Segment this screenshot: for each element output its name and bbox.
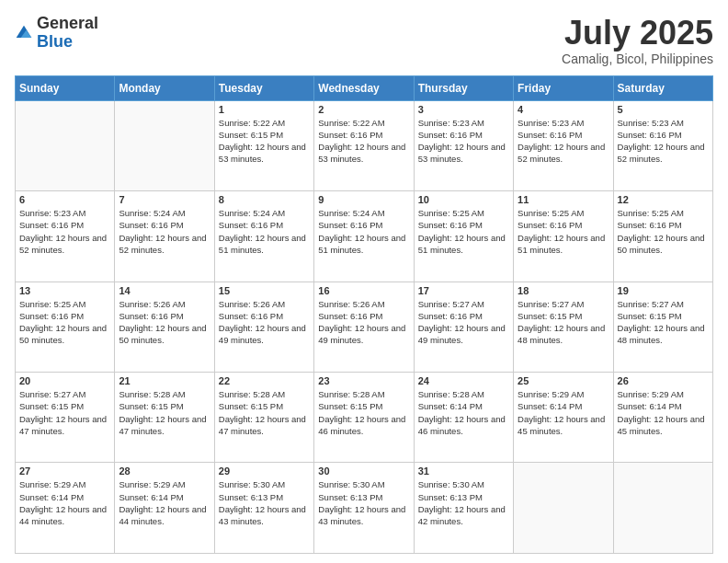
day-number: 18 <box>518 285 609 296</box>
day-info: Sunrise: 5:27 AMSunset: 6:15 PMDaylight:… <box>518 298 609 347</box>
day-number: 13 <box>19 285 110 296</box>
calendar-cell: 9Sunrise: 5:24 AMSunset: 6:16 PMDaylight… <box>314 191 414 282</box>
day-number: 19 <box>618 285 709 296</box>
calendar-header-saturday: Saturday <box>613 75 712 100</box>
day-info: Sunrise: 5:24 AMSunset: 6:16 PMDaylight:… <box>119 207 210 256</box>
calendar-cell: 25Sunrise: 5:29 AMSunset: 6:14 PMDayligh… <box>514 373 613 463</box>
day-info: Sunrise: 5:23 AMSunset: 6:16 PMDaylight:… <box>19 207 110 256</box>
calendar-cell: 20Sunrise: 5:27 AMSunset: 6:15 PMDayligh… <box>16 373 115 463</box>
day-info: Sunrise: 5:23 AMSunset: 6:16 PMDaylight:… <box>418 117 509 166</box>
day-number: 24 <box>418 375 509 386</box>
day-info: Sunrise: 5:28 AMSunset: 6:15 PMDaylight:… <box>119 388 210 437</box>
calendar-cell: 17Sunrise: 5:27 AMSunset: 6:16 PMDayligh… <box>414 282 513 372</box>
logo: General Blue <box>15 15 98 52</box>
day-number: 25 <box>518 375 609 386</box>
logo-blue-text: Blue <box>37 32 73 51</box>
day-number: 12 <box>618 194 709 205</box>
day-info: Sunrise: 5:30 AMSunset: 6:13 PMDaylight:… <box>318 478 409 527</box>
day-info: Sunrise: 5:23 AMSunset: 6:16 PMDaylight:… <box>518 117 609 166</box>
calendar-header-thursday: Thursday <box>414 75 513 100</box>
day-info: Sunrise: 5:28 AMSunset: 6:15 PMDaylight:… <box>318 388 409 437</box>
day-info: Sunrise: 5:29 AMSunset: 6:14 PMDaylight:… <box>19 478 110 527</box>
day-info: Sunrise: 5:25 AMSunset: 6:16 PMDaylight:… <box>418 207 509 256</box>
day-info: Sunrise: 5:29 AMSunset: 6:14 PMDaylight:… <box>518 388 609 437</box>
day-info: Sunrise: 5:30 AMSunset: 6:13 PMDaylight:… <box>418 478 509 527</box>
calendar-cell: 22Sunrise: 5:28 AMSunset: 6:15 PMDayligh… <box>214 373 313 463</box>
day-number: 21 <box>119 375 210 386</box>
day-number: 6 <box>19 194 110 205</box>
calendar-cell: 23Sunrise: 5:28 AMSunset: 6:15 PMDayligh… <box>314 373 414 463</box>
day-number: 31 <box>418 465 509 477</box>
day-info: Sunrise: 5:25 AMSunset: 6:16 PMDaylight:… <box>19 298 110 347</box>
day-number: 26 <box>618 375 709 386</box>
day-info: Sunrise: 5:26 AMSunset: 6:16 PMDaylight:… <box>119 298 210 347</box>
calendar-header-tuesday: Tuesday <box>214 75 313 100</box>
calendar-cell: 16Sunrise: 5:26 AMSunset: 6:16 PMDayligh… <box>314 282 414 372</box>
day-info: Sunrise: 5:27 AMSunset: 6:15 PMDaylight:… <box>618 298 709 347</box>
subtitle: Camalig, Bicol, Philippines <box>562 52 713 66</box>
calendar-week-2: 6Sunrise: 5:23 AMSunset: 6:16 PMDaylight… <box>16 191 713 282</box>
calendar-cell: 4Sunrise: 5:23 AMSunset: 6:16 PMDaylight… <box>514 100 613 190</box>
day-info: Sunrise: 5:26 AMSunset: 6:16 PMDaylight:… <box>318 298 409 347</box>
calendar-cell <box>115 100 214 190</box>
calendar-cell: 30Sunrise: 5:30 AMSunset: 6:13 PMDayligh… <box>314 463 414 554</box>
day-number: 2 <box>318 104 409 115</box>
calendar-cell: 18Sunrise: 5:27 AMSunset: 6:15 PMDayligh… <box>514 282 613 372</box>
title-block: July 2025 Camalig, Bicol, Philippines <box>562 15 713 66</box>
header: General Blue July 2025 Camalig, Bicol, P… <box>15 15 713 66</box>
day-number: 5 <box>618 104 709 115</box>
calendar-cell: 1Sunrise: 5:22 AMSunset: 6:15 PMDaylight… <box>214 100 313 190</box>
day-number: 30 <box>318 465 409 477</box>
calendar-header-sunday: Sunday <box>16 75 115 100</box>
day-info: Sunrise: 5:27 AMSunset: 6:16 PMDaylight:… <box>418 298 509 347</box>
calendar-cell <box>613 463 712 554</box>
day-number: 22 <box>219 375 310 386</box>
main-title: July 2025 <box>562 15 713 52</box>
calendar-cell: 3Sunrise: 5:23 AMSunset: 6:16 PMDaylight… <box>414 100 513 190</box>
calendar-cell: 19Sunrise: 5:27 AMSunset: 6:15 PMDayligh… <box>613 282 712 372</box>
day-number: 29 <box>219 465 310 477</box>
day-info: Sunrise: 5:28 AMSunset: 6:15 PMDaylight:… <box>219 388 310 437</box>
logo-general-text: General <box>37 14 98 32</box>
calendar-cell: 12Sunrise: 5:25 AMSunset: 6:16 PMDayligh… <box>613 191 712 282</box>
calendar-cell: 29Sunrise: 5:30 AMSunset: 6:13 PMDayligh… <box>214 463 313 554</box>
day-number: 23 <box>318 375 409 386</box>
calendar-cell <box>16 100 115 190</box>
day-number: 14 <box>119 285 210 296</box>
calendar-header-monday: Monday <box>115 75 214 100</box>
calendar-cell: 31Sunrise: 5:30 AMSunset: 6:13 PMDayligh… <box>414 463 513 554</box>
day-info: Sunrise: 5:23 AMSunset: 6:16 PMDaylight:… <box>618 117 709 166</box>
day-number: 17 <box>418 285 509 296</box>
day-info: Sunrise: 5:28 AMSunset: 6:14 PMDaylight:… <box>418 388 509 437</box>
day-number: 15 <box>219 285 310 296</box>
calendar-week-1: 1Sunrise: 5:22 AMSunset: 6:15 PMDaylight… <box>16 100 713 190</box>
calendar-cell: 5Sunrise: 5:23 AMSunset: 6:16 PMDaylight… <box>613 100 712 190</box>
calendar-header-friday: Friday <box>514 75 613 100</box>
day-info: Sunrise: 5:24 AMSunset: 6:16 PMDaylight:… <box>318 207 409 256</box>
day-info: Sunrise: 5:27 AMSunset: 6:15 PMDaylight:… <box>19 388 110 437</box>
calendar-cell: 28Sunrise: 5:29 AMSunset: 6:14 PMDayligh… <box>115 463 214 554</box>
day-number: 10 <box>418 194 509 205</box>
calendar-cell: 11Sunrise: 5:25 AMSunset: 6:16 PMDayligh… <box>514 191 613 282</box>
calendar-week-4: 20Sunrise: 5:27 AMSunset: 6:15 PMDayligh… <box>16 373 713 463</box>
day-number: 8 <box>219 194 310 205</box>
day-info: Sunrise: 5:22 AMSunset: 6:15 PMDaylight:… <box>219 117 310 166</box>
calendar-cell: 27Sunrise: 5:29 AMSunset: 6:14 PMDayligh… <box>16 463 115 554</box>
day-info: Sunrise: 5:29 AMSunset: 6:14 PMDaylight:… <box>618 388 709 437</box>
calendar-cell: 24Sunrise: 5:28 AMSunset: 6:14 PMDayligh… <box>414 373 513 463</box>
calendar-header-row: SundayMondayTuesdayWednesdayThursdayFrid… <box>16 75 713 100</box>
day-info: Sunrise: 5:24 AMSunset: 6:16 PMDaylight:… <box>219 207 310 256</box>
calendar-header-wednesday: Wednesday <box>314 75 414 100</box>
day-number: 4 <box>518 104 609 115</box>
day-info: Sunrise: 5:29 AMSunset: 6:14 PMDaylight:… <box>119 478 210 527</box>
day-number: 27 <box>19 465 110 477</box>
day-number: 28 <box>119 465 210 477</box>
day-number: 9 <box>318 194 409 205</box>
day-number: 3 <box>418 104 509 115</box>
day-info: Sunrise: 5:25 AMSunset: 6:16 PMDaylight:… <box>618 207 709 256</box>
calendar-cell: 14Sunrise: 5:26 AMSunset: 6:16 PMDayligh… <box>115 282 214 372</box>
calendar-cell: 13Sunrise: 5:25 AMSunset: 6:16 PMDayligh… <box>16 282 115 372</box>
day-number: 7 <box>119 194 210 205</box>
calendar-cell <box>514 463 613 554</box>
day-number: 16 <box>318 285 409 296</box>
